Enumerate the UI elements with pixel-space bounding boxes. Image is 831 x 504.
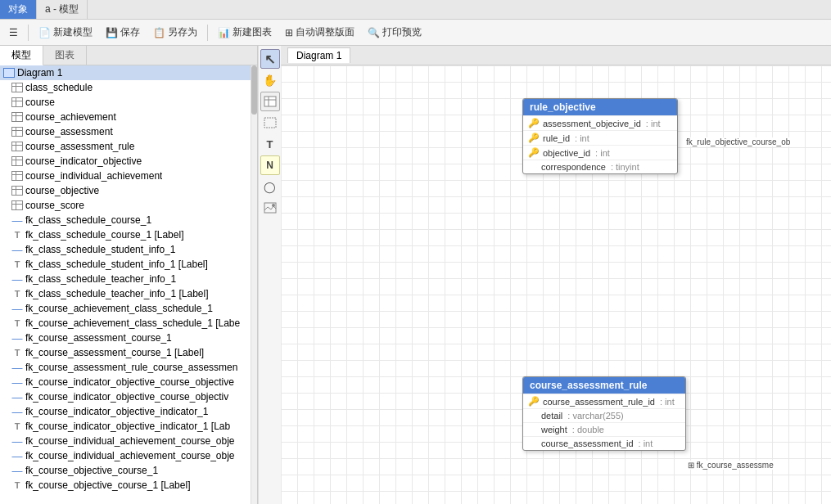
tree-item-fk9[interactable]: — fk_course_indicator_objective_indicato… — [0, 404, 257, 419]
tree-item-fk1-label[interactable]: T fk_class_schedule_course_1 [Label] — [0, 227, 257, 242]
arrow-icon: — — [11, 362, 23, 372]
table-icon — [11, 83, 23, 92]
diagram-area: Diagram 1 fk_rule_objective_course_asses… — [281, 46, 831, 504]
tree-item-course_assessment[interactable]: course_assessment — [0, 124, 257, 139]
hand-icon: ✋ — [263, 74, 277, 87]
table-row: 🔑 rule_id : int — [523, 130, 677, 145]
tree-item-fk3[interactable]: — fk_class_schedule_teacher_info_1 — [0, 272, 257, 286]
table-course-assessment-rule[interactable]: course_assessment_rule 🔑 course_assessme… — [522, 376, 686, 451]
tree-item-fk9-label[interactable]: T fk_course_indicator_objective_indicato… — [0, 419, 257, 434]
arrow-icon: — — [11, 451, 23, 461]
tree-item-fk6[interactable]: — fk_course_assessment_rule_course_asses… — [0, 360, 257, 375]
tool-note[interactable]: N — [260, 155, 280, 175]
tree-item-fk7[interactable]: — fk_course_indicator_objective_course_o… — [0, 375, 257, 389]
text-tool-icon: T — [267, 138, 273, 151]
tab-model-panel[interactable]: 模型 — [0, 46, 43, 65]
tree-item-label: class_schedule — [25, 82, 93, 93]
top-tab-bar: 对象 a - 模型 — [0, 0, 831, 20]
tree-item-fk4[interactable]: — fk_course_achievement_class_schedule_1 — [0, 301, 257, 316]
tree-list[interactable]: Diagram 1 class_schedule course course_a… — [0, 65, 257, 504]
tree-item-fk11[interactable]: — fk_course_individual_achievement_cours… — [0, 448, 257, 463]
arrow-icon: — — [11, 304, 23, 313]
tool-text[interactable]: T — [260, 134, 280, 154]
tree-item-label: fk_class_schedule_course_1 [Label] — [25, 229, 183, 241]
tree-item-course_objective[interactable]: course_objective — [0, 183, 257, 198]
tree-item-label: fk_course_assessment_rule_course_assessm… — [25, 362, 237, 373]
tab-objects[interactable]: 对象 — [0, 0, 37, 19]
arrow-icon: — — [11, 407, 23, 416]
new-table-icon: 📊 — [218, 27, 230, 38]
tree-item-label: fk_course_individual_achievement_course_… — [25, 450, 235, 461]
tree-item-fk2[interactable]: — fk_class_schedule_student_info_1 — [0, 242, 257, 257]
save-button[interactable]: 💾 保存 — [100, 22, 146, 43]
print-preview-icon: 🔍 — [368, 27, 380, 38]
tree-item-label: fk_course_individual_achievement_course_… — [25, 435, 235, 447]
tree-item-fk2-label[interactable]: T fk_class_schedule_student_info_1 [Labe… — [0, 257, 257, 272]
tree-item-fk1[interactable]: — fk_class_schedule_course_1 — [0, 213, 257, 227]
new-table-button[interactable]: 📊 新建图表 — [212, 22, 278, 43]
tree-item-label: fk_course_indicator_objective_course_obj… — [25, 376, 234, 388]
auto-layout-button[interactable]: ⊞ 自动调整版面 — [279, 22, 360, 43]
tree-item-fk5-label[interactable]: T fk_course_assessment_course_1 [Label] — [0, 345, 257, 360]
tool-resize[interactable] — [260, 113, 280, 133]
key-icon: 🔑 — [528, 118, 540, 128]
table-row: 🔑 objective_id : int — [523, 145, 677, 160]
link-icon: T — [11, 230, 23, 240]
tree-item-diagram1[interactable]: Diagram 1 — [0, 65, 257, 80]
tree-item-course_achievement[interactable]: course_achievement — [0, 110, 257, 124]
save-as-button[interactable]: 📋 另存为 — [147, 22, 203, 43]
tree-item-fk10[interactable]: — fk_course_individual_achievement_cours… — [0, 434, 257, 448]
print-preview-button[interactable]: 🔍 打印预览 — [362, 22, 427, 43]
tree-item-fk8[interactable]: — fk_course_indicator_objective_course_o… — [0, 389, 257, 404]
tree-item-label: course — [25, 97, 55, 108]
tree-item-label: course_assessment — [25, 126, 113, 137]
key-icon: 🔑 — [528, 396, 540, 407]
tree-item-label: course_assessment_rule — [25, 141, 134, 152]
tree-item-label: fk_course_assessment_course_1 — [25, 332, 172, 344]
note-tool-icon: N — [266, 160, 273, 171]
tool-table[interactable] — [260, 92, 280, 111]
new-model-button[interactable]: 📄 新建模型 — [33, 22, 98, 43]
tool-shape[interactable]: ◯ — [260, 177, 280, 196]
tree-item-course_assessment_rule[interactable]: course_assessment_rule — [0, 139, 257, 154]
tab-objects-label: 对象 — [8, 2, 28, 16]
canvas[interactable]: fk_rule_objective_course_assessment_rule… — [281, 65, 831, 504]
table-icon — [11, 156, 23, 166]
left-scrollbar[interactable] — [251, 65, 257, 504]
tab-model[interactable]: a - 模型 — [37, 0, 88, 19]
table-row: detail : varchar(255) — [523, 408, 685, 422]
tree-item-course[interactable]: course — [0, 95, 257, 110]
table-rule-objective[interactable]: rule_objective 🔑 assessment_objecive_id … — [522, 98, 678, 174]
tab-graph-panel[interactable]: 图表 — [43, 46, 87, 65]
shape-tool-icon: ◯ — [264, 181, 276, 193]
tree-item-fk3-label[interactable]: T fk_class_schedule_teacher_info_1 [Labe… — [0, 286, 257, 301]
link-icon: T — [11, 318, 23, 328]
scroll-thumb[interactable] — [251, 65, 257, 115]
tree-item-fk4-label[interactable]: T fk_course_achievement_class_schedule_1… — [0, 316, 257, 331]
tree-item-fk5[interactable]: — fk_course_assessment_course_1 — [0, 331, 257, 345]
arrow-icon: — — [11, 333, 23, 343]
table-icon — [11, 127, 23, 137]
arrow-icon: — — [11, 377, 23, 387]
sep1 — [28, 25, 29, 41]
tree-item-label: fk_class_schedule_teacher_info_1 [Label] — [25, 288, 209, 299]
tree-item-course_score[interactable]: course_score — [0, 198, 257, 213]
table-icon — [11, 142, 23, 151]
tree-item-label: fk_class_schedule_course_1 — [25, 214, 151, 226]
tree-item-fk12[interactable]: — fk_course_objective_course_1 — [0, 463, 257, 478]
tree-item-fk12-label[interactable]: T fk_course_objective_course_1 [Label] — [0, 478, 257, 493]
diagram-tab-1[interactable]: Diagram 1 — [287, 47, 350, 63]
table-icon — [11, 97, 23, 107]
tree-item-course_indicator_objective[interactable]: course_indicator_objective — [0, 154, 257, 169]
link-icon: T — [11, 421, 23, 431]
tree-item-course_individual_achievement[interactable]: course_individual_achievement — [0, 169, 257, 183]
tool-select[interactable]: ↖ — [260, 49, 280, 69]
tool-image[interactable] — [260, 198, 280, 218]
tree-item-class_schedule[interactable]: class_schedule — [0, 80, 257, 95]
tool-hand[interactable]: ✋ — [260, 70, 280, 90]
relation-label-1: fk_rule_objective_course_ob — [686, 137, 790, 146]
hamburger-menu[interactable]: ☰ — [3, 24, 24, 42]
arrow-icon: — — [11, 245, 23, 254]
table-icon — [11, 186, 23, 196]
main-container: 模型 图表 Diagram 1 class_schedule course — [0, 46, 831, 504]
